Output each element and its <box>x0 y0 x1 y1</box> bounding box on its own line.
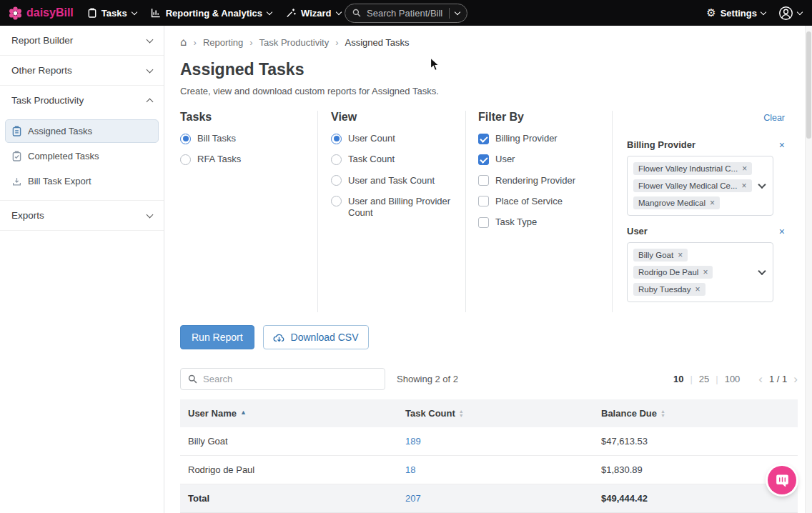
download-csv-button[interactable]: Download CSV <box>263 325 369 349</box>
tag-label: Rodrigo De Paul <box>638 268 698 277</box>
sidebar-item-completed-tasks[interactable]: Completed Tasks <box>5 144 159 168</box>
radio-user-and-task-count[interactable]: User and Task Count <box>331 175 465 186</box>
page-layout: Report Builder Other Reports Task Produc… <box>0 26 812 513</box>
sidebar-item-assigned-tasks[interactable]: Assigned Tasks <box>5 119 159 143</box>
breadcrumb-separator: › <box>335 37 338 48</box>
user-multiselect[interactable]: Billy Goat × Rodrigo De Paul × Ruby Tues… <box>627 242 773 302</box>
filter-tag: Flower Valley Medical Ce... × <box>633 179 752 192</box>
sort-icon: ▲▼ <box>660 409 665 417</box>
next-page-icon[interactable]: › <box>793 373 798 385</box>
remove-tag-icon[interactable]: × <box>742 164 747 173</box>
checkbox-rendering-provider[interactable]: Rendering Provider <box>478 175 612 186</box>
task-count-link[interactable]: 18 <box>405 464 415 475</box>
table-total-row: Total 207 $49,444.42 <box>180 484 798 513</box>
billing-provider-multiselect[interactable]: Flower Valley Industrial C... × Flower V… <box>627 156 773 216</box>
billing-provider-filter-group: Billing Provider × Flower Valley Industr… <box>627 139 791 216</box>
radio-user-count[interactable]: User Count <box>331 133 465 144</box>
clear-filters-link[interactable]: Clear <box>763 113 785 123</box>
nav-reporting-label: Reporting & Analytics <box>166 8 262 19</box>
task-count-link[interactable]: 189 <box>405 436 421 447</box>
filter-group-label: User <box>627 226 648 236</box>
checkbox-label: User <box>495 154 515 165</box>
search-icon <box>188 374 197 384</box>
tag-label: Flower Valley Industrial C... <box>638 164 738 173</box>
brand-name: daisyBill <box>26 6 74 19</box>
column-header-balance-due[interactable]: Balance Due ▲▼ <box>593 399 798 427</box>
tasks-column: Tasks Bill Tasks RFA Tasks <box>180 111 317 312</box>
home-icon[interactable]: ⌂ <box>180 36 187 49</box>
breadcrumb-reporting[interactable]: Reporting <box>203 37 243 48</box>
chevron-down-icon[interactable] <box>758 181 766 189</box>
checkbox-user[interactable]: User <box>478 154 612 165</box>
remove-tag-icon[interactable]: × <box>710 199 715 207</box>
page-scrollbar[interactable] <box>805 26 812 513</box>
filter-tag: Flower Valley Industrial C... × <box>633 162 752 175</box>
breadcrumb-separator: › <box>249 37 252 48</box>
checkbox-icon <box>478 217 489 228</box>
export-download-icon <box>12 176 21 186</box>
settings-menu[interactable]: ⚙ Settings <box>706 8 766 19</box>
page-size-25[interactable]: 25 <box>699 374 709 384</box>
radio-selected-icon <box>180 134 191 144</box>
table-row: Rodrigo de Paul 18 $1,830.89 <box>180 456 798 484</box>
radio-icon <box>180 154 191 165</box>
user-name-cell: Billy Goat <box>180 427 397 455</box>
remove-filter-icon[interactable]: × <box>779 140 785 150</box>
scrollbar-thumb[interactable] <box>806 31 811 139</box>
sidebar-section-exports[interactable]: Exports <box>0 201 164 231</box>
nav-tasks-label: Tasks <box>102 8 127 19</box>
tasks-heading: Tasks <box>180 111 317 124</box>
daisybill-logo[interactable]: daisyBill <box>9 6 74 20</box>
column-header-user-name[interactable]: User Name ▲ <box>180 399 397 427</box>
radio-rfa-tasks[interactable]: RFA Tasks <box>180 154 317 165</box>
chevron-down-icon <box>147 36 154 43</box>
chevron-down-icon <box>455 9 460 14</box>
sort-icon: ▲▼ <box>459 409 464 417</box>
checkbox-billing-provider[interactable]: Billing Provider <box>478 133 612 144</box>
page-indicator: 1 / 1 <box>769 374 787 384</box>
app-root: daisyBill Tasks Reporting & Analytics Wi… <box>0 0 812 513</box>
checkbox-place-of-service[interactable]: Place of Service <box>478 196 612 207</box>
nav-tasks[interactable]: Tasks <box>88 8 137 19</box>
selected-filters-column: Clear Billing Provider × Flower Valley I… <box>612 111 798 312</box>
remove-tag-icon[interactable]: × <box>695 285 700 294</box>
remove-tag-icon[interactable]: × <box>703 268 708 277</box>
column-header-task-count[interactable]: Task Count ▲▼ <box>397 399 593 427</box>
search-placeholder: Search Patient/Bill <box>367 8 442 19</box>
radio-task-count[interactable]: Task Count <box>331 154 465 165</box>
total-task-count-link[interactable]: 207 <box>405 493 421 504</box>
remove-tag-icon[interactable]: × <box>741 181 746 190</box>
sidebar-section-report-builder[interactable]: Report Builder <box>0 26 164 56</box>
radio-user-and-billing-provider-count[interactable]: User and Billing Provider Count <box>331 196 456 219</box>
sidebar-item-label: Assigned Tasks <box>28 126 92 136</box>
checkbox-label: Task Type <box>495 216 537 228</box>
sidebar-item-bill-task-export[interactable]: Bill Task Export <box>5 169 159 193</box>
page-size-10[interactable]: 10 <box>673 374 683 384</box>
main-content: ⌂ › Reporting › Task Productivity › Assi… <box>164 26 812 513</box>
chat-launcher-button[interactable] <box>768 466 796 494</box>
sidebar-section-other-reports[interactable]: Other Reports <box>0 56 164 86</box>
table-search-input[interactable] <box>203 374 377 384</box>
tag-label: Mangrove Medical <box>638 199 705 207</box>
remove-tag-icon[interactable]: × <box>678 251 683 259</box>
prev-page-icon[interactable]: ‹ <box>758 373 763 385</box>
radio-bill-tasks[interactable]: Bill Tasks <box>180 133 317 144</box>
patient-bill-search[interactable]: Search Patient/Bill <box>345 4 467 23</box>
account-menu[interactable] <box>778 6 802 21</box>
page-size-100[interactable]: 100 <box>725 374 741 384</box>
chevron-down-icon[interactable] <box>758 267 766 275</box>
sidebar-item-label: Bill Task Export <box>28 176 91 186</box>
page-size-selector: 10 | 25 | 100 <box>673 374 740 384</box>
checkbox-task-type[interactable]: Task Type <box>478 216 612 228</box>
breadcrumb-task-productivity[interactable]: Task Productivity <box>259 37 330 48</box>
table-search-box[interactable] <box>180 368 385 390</box>
remove-filter-icon[interactable]: × <box>779 226 785 236</box>
nav-reporting-analytics[interactable]: Reporting & Analytics <box>151 8 272 19</box>
sidebar-section-task-productivity[interactable]: Task Productivity <box>0 86 164 115</box>
nav-wizard[interactable]: Wizard <box>286 8 341 19</box>
chevron-down-icon <box>797 9 803 14</box>
chevron-down-icon <box>131 9 137 14</box>
run-report-button[interactable]: Run Report <box>180 325 254 349</box>
user-name-cell: Rodrigo de Paul <box>180 456 397 484</box>
checkbox-label: Rendering Provider <box>495 175 575 186</box>
